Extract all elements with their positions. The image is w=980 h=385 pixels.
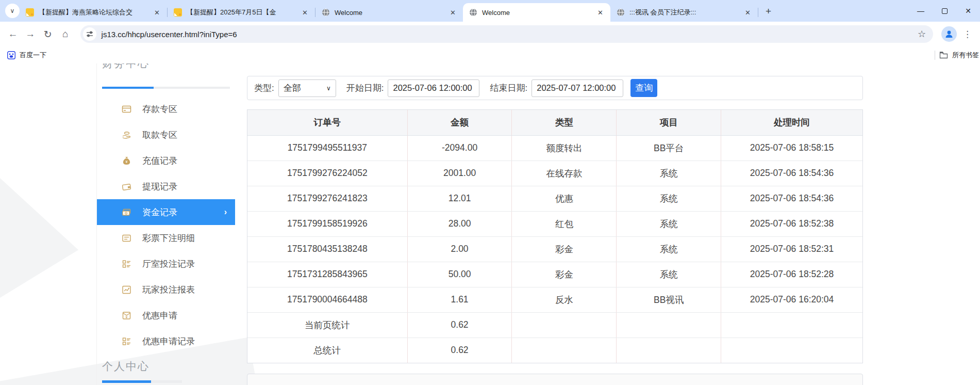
sidebar-item-label: 优惠申请 — [142, 310, 177, 322]
maximize-button[interactable] — [933, 0, 956, 22]
list-icon — [122, 233, 131, 243]
table-cell: 彩金 — [512, 262, 617, 287]
table-cell: 优惠 — [512, 186, 617, 211]
table-cell: 红包 — [512, 211, 617, 236]
sidebar-item[interactable]: 玩家投注报表 — [97, 277, 235, 302]
tab-close-icon[interactable]: ✕ — [595, 8, 605, 18]
site-settings-icon[interactable] — [83, 27, 96, 41]
browser-toolbar: ← → ↻ ⌂ js13.cc/hhcp/usercenter.html?ini… — [0, 22, 980, 46]
chat-favicon-icon — [174, 8, 182, 17]
menu-kebab-icon[interactable]: ⋮ — [963, 29, 972, 40]
filter-bar: 类型: 全部 ∨ 开始日期: 2025-07-06 12:00:00 结束日期:… — [247, 76, 863, 100]
minimize-button[interactable]: — — [909, 0, 933, 22]
sidebar-item[interactable]: 资金记录› — [97, 199, 235, 225]
table-cell: 2025-07-06 18:52:31 — [721, 236, 862, 262]
column-header: 金额 — [407, 110, 512, 135]
chat-favicon-icon — [26, 8, 34, 17]
tab-title: :::视讯 会员下注纪录::: — [629, 8, 743, 17]
browser-tab[interactable]: 【新提醒】海燕策略论坛综合交✕ — [20, 3, 167, 22]
checklist-icon — [122, 259, 131, 269]
sidebar-section-personal: 个人中心 — [102, 359, 150, 374]
sidebar-item-label: 玩家投注报表 — [142, 284, 195, 296]
bookmark-baidu[interactable]: 百度一下 — [7, 51, 46, 60]
svg-text:¥: ¥ — [126, 159, 128, 163]
table-cell: 2025-07-06 16:20:04 — [721, 287, 862, 312]
all-bookmarks[interactable]: 所有书签 — [935, 51, 980, 60]
table-row: 当前页统计0.62 — [247, 312, 862, 338]
table-cell — [721, 312, 862, 338]
start-date-label: 开始日期: — [346, 82, 384, 94]
close-window-button[interactable]: ✕ — [956, 0, 980, 22]
tab-close-icon[interactable]: ✕ — [743, 8, 753, 18]
person-icon — [944, 29, 954, 39]
table-cell: 1751799495511937 — [247, 135, 407, 161]
tab-close-icon[interactable]: ✕ — [300, 8, 310, 18]
bookmark-star-icon[interactable]: ☆ — [918, 28, 926, 40]
browser-tab[interactable]: Welcome✕ — [315, 3, 463, 22]
type-select-value: 全部 — [284, 82, 301, 94]
profile-avatar[interactable] — [941, 26, 957, 42]
tab-title: Welcome — [482, 9, 595, 17]
table-cell: -2094.00 — [407, 135, 512, 161]
sidebar-item-label: 彩票下注明细 — [142, 232, 195, 244]
table-cell: 彩金 — [512, 236, 617, 262]
tab-separator — [758, 8, 758, 17]
search-button[interactable]: 查询 — [630, 79, 657, 97]
tab-close-icon[interactable]: ✕ — [152, 8, 162, 18]
chart-icon — [122, 285, 131, 295]
sidebar-item[interactable]: ¥充值记录 — [97, 148, 235, 173]
table-cell: 2025-07-06 18:54:36 — [721, 186, 862, 211]
tab-search-button[interactable]: ∨ — [5, 4, 20, 18]
table-cell: 反水 — [512, 287, 617, 312]
table-row: 17517804351382482.00彩金系统2025-07-06 18:52… — [247, 236, 862, 262]
money-bag-icon: ¥ — [122, 156, 131, 166]
sidebar-item-label: 优惠申请记录 — [142, 335, 195, 347]
records-table: 订单号金额类型项目处理时间 1751799495511937-2094.00额度… — [247, 109, 863, 363]
forward-button[interactable]: → — [22, 28, 39, 40]
sidebar-section-finance: 财务中心 — [102, 63, 150, 81]
back-button[interactable]: ← — [4, 28, 22, 40]
browser-tab[interactable]: 【新提醒】2025年7月5日【金✕ — [168, 3, 315, 22]
window-controls: — ✕ — [909, 0, 980, 22]
type-select[interactable]: 全部 ∨ — [278, 79, 336, 97]
browser-tab[interactable]: Welcome✕ — [463, 3, 610, 22]
table-cell: 2.00 — [407, 236, 512, 262]
folder-icon — [939, 51, 948, 59]
sidebar-item[interactable]: 厅室投注记录 — [97, 251, 235, 277]
table-cell: 总统计 — [247, 338, 407, 363]
browser-tab[interactable]: :::视讯 会员下注纪录:::✕ — [610, 3, 758, 22]
sidebar-item[interactable]: 存款专区 — [97, 96, 235, 122]
table-cell: 1751731285843965 — [247, 262, 407, 287]
table-cell: 1751790004664488 — [247, 287, 407, 312]
table-cell: 2025-07-06 18:58:15 — [721, 135, 862, 161]
divider — [935, 51, 935, 60]
table-cell: 1751799276241823 — [247, 186, 407, 211]
table-cell: 2025-07-06 18:54:36 — [721, 161, 862, 186]
new-tab-button[interactable]: + — [766, 6, 771, 17]
sidebar: 财务中心 存款专区取款专区¥充值记录提现记录资金记录›彩票下注明细厅室投注记录玩… — [96, 63, 235, 385]
column-header: 项目 — [617, 110, 721, 135]
checklist-icon — [122, 336, 131, 346]
start-date-input[interactable]: 2025-07-06 12:00:00 — [388, 79, 479, 97]
table-cell — [617, 338, 721, 363]
deposit-card-icon — [122, 104, 131, 114]
reload-button[interactable]: ↻ — [39, 28, 57, 40]
table-cell: 1751799276224052 — [247, 161, 407, 186]
sidebar-item-label: 充值记录 — [142, 155, 177, 167]
globe-favicon-icon — [469, 8, 477, 17]
tab-close-icon[interactable]: ✕ — [448, 8, 458, 18]
sidebar-item[interactable]: ¥优惠申请 — [97, 302, 235, 328]
table-cell — [721, 338, 862, 363]
sidebar-item[interactable]: 提现记录 — [97, 173, 235, 199]
address-bar[interactable]: js13.cc/hhcp/usercenter.html?iniType=6 ☆ — [80, 25, 934, 43]
table-cell: 28.00 — [407, 211, 512, 236]
tab-title: Welcome — [335, 9, 448, 17]
sidebar-item[interactable]: 优惠申请记录 — [97, 328, 235, 354]
end-date-input[interactable]: 2025-07-07 12:00:00 — [531, 79, 623, 97]
sidebar-item[interactable]: 彩票下注明细 — [97, 225, 235, 251]
sidebar-item[interactable]: 取款专区 — [97, 122, 235, 148]
table-cell: 50.00 — [407, 262, 512, 287]
home-button[interactable]: ⌂ — [57, 28, 74, 40]
maximize-icon — [942, 8, 948, 14]
table-row: 总统计0.62 — [247, 338, 862, 363]
